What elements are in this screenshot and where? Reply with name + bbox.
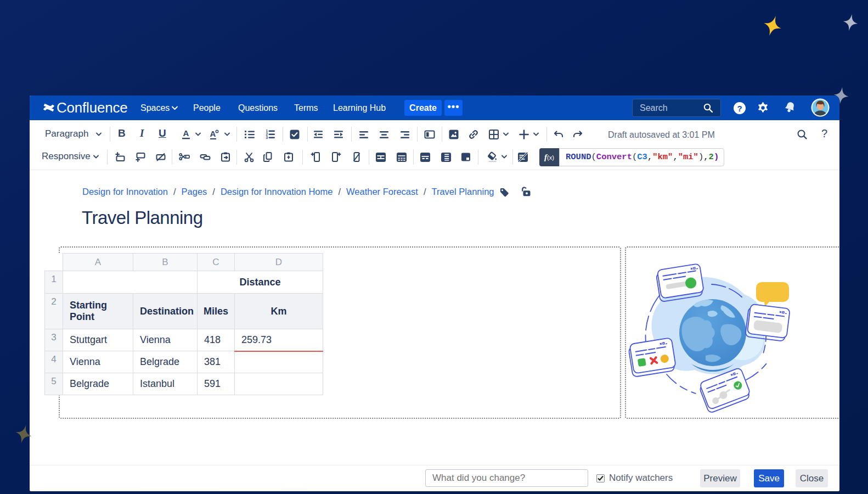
svg-text:3: 3: [266, 136, 268, 139]
svg-text:A: A: [183, 129, 189, 138]
svg-text:A: A: [210, 129, 216, 138]
svg-text:?: ?: [737, 104, 742, 113]
